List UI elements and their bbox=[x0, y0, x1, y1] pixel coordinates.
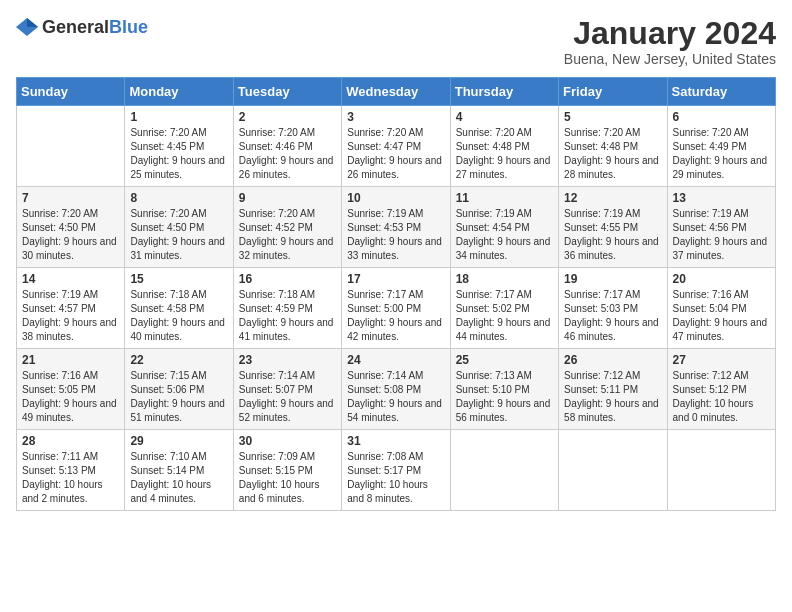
table-row: 17Sunrise: 7:17 AMSunset: 5:00 PMDayligh… bbox=[342, 268, 450, 349]
table-row: 27Sunrise: 7:12 AMSunset: 5:12 PMDayligh… bbox=[667, 349, 775, 430]
day-number: 31 bbox=[347, 434, 444, 448]
day-number: 3 bbox=[347, 110, 444, 124]
day-number: 11 bbox=[456, 191, 553, 205]
day-number: 5 bbox=[564, 110, 661, 124]
day-info: Sunrise: 7:20 AMSunset: 4:46 PMDaylight:… bbox=[239, 126, 336, 182]
day-info: Sunrise: 7:17 AMSunset: 5:00 PMDaylight:… bbox=[347, 288, 444, 344]
table-row: 20Sunrise: 7:16 AMSunset: 5:04 PMDayligh… bbox=[667, 268, 775, 349]
header-friday: Friday bbox=[559, 78, 667, 106]
day-number: 22 bbox=[130, 353, 227, 367]
calendar-week-row: 21Sunrise: 7:16 AMSunset: 5:05 PMDayligh… bbox=[17, 349, 776, 430]
header-thursday: Thursday bbox=[450, 78, 558, 106]
day-number: 27 bbox=[673, 353, 770, 367]
day-number: 2 bbox=[239, 110, 336, 124]
day-number: 18 bbox=[456, 272, 553, 286]
day-info: Sunrise: 7:18 AMSunset: 4:58 PMDaylight:… bbox=[130, 288, 227, 344]
day-number: 8 bbox=[130, 191, 227, 205]
day-info: Sunrise: 7:20 AMSunset: 4:52 PMDaylight:… bbox=[239, 207, 336, 263]
day-info: Sunrise: 7:17 AMSunset: 5:03 PMDaylight:… bbox=[564, 288, 661, 344]
table-row bbox=[559, 430, 667, 511]
table-row: 7Sunrise: 7:20 AMSunset: 4:50 PMDaylight… bbox=[17, 187, 125, 268]
day-info: Sunrise: 7:16 AMSunset: 5:05 PMDaylight:… bbox=[22, 369, 119, 425]
day-info: Sunrise: 7:19 AMSunset: 4:53 PMDaylight:… bbox=[347, 207, 444, 263]
day-number: 29 bbox=[130, 434, 227, 448]
logo-text: GeneralBlue bbox=[42, 17, 148, 38]
day-info: Sunrise: 7:20 AMSunset: 4:47 PMDaylight:… bbox=[347, 126, 444, 182]
day-info: Sunrise: 7:09 AMSunset: 5:15 PMDaylight:… bbox=[239, 450, 336, 506]
day-number: 26 bbox=[564, 353, 661, 367]
calendar-week-row: 28Sunrise: 7:11 AMSunset: 5:13 PMDayligh… bbox=[17, 430, 776, 511]
logo: GeneralBlue bbox=[16, 16, 148, 38]
calendar-week-row: 1Sunrise: 7:20 AMSunset: 4:45 PMDaylight… bbox=[17, 106, 776, 187]
table-row: 14Sunrise: 7:19 AMSunset: 4:57 PMDayligh… bbox=[17, 268, 125, 349]
day-number: 16 bbox=[239, 272, 336, 286]
day-number: 4 bbox=[456, 110, 553, 124]
calendar-header-row: Sunday Monday Tuesday Wednesday Thursday… bbox=[17, 78, 776, 106]
title-block: January 2024 Buena, New Jersey, United S… bbox=[564, 16, 776, 67]
day-number: 14 bbox=[22, 272, 119, 286]
table-row: 26Sunrise: 7:12 AMSunset: 5:11 PMDayligh… bbox=[559, 349, 667, 430]
table-row: 12Sunrise: 7:19 AMSunset: 4:55 PMDayligh… bbox=[559, 187, 667, 268]
day-number: 10 bbox=[347, 191, 444, 205]
table-row: 4Sunrise: 7:20 AMSunset: 4:48 PMDaylight… bbox=[450, 106, 558, 187]
day-info: Sunrise: 7:16 AMSunset: 5:04 PMDaylight:… bbox=[673, 288, 770, 344]
day-info: Sunrise: 7:19 AMSunset: 4:57 PMDaylight:… bbox=[22, 288, 119, 344]
logo-icon bbox=[16, 16, 38, 38]
day-number: 19 bbox=[564, 272, 661, 286]
table-row: 24Sunrise: 7:14 AMSunset: 5:08 PMDayligh… bbox=[342, 349, 450, 430]
day-number: 25 bbox=[456, 353, 553, 367]
day-number: 20 bbox=[673, 272, 770, 286]
day-info: Sunrise: 7:12 AMSunset: 5:12 PMDaylight:… bbox=[673, 369, 770, 425]
svg-marker-1 bbox=[27, 18, 38, 27]
header-sunday: Sunday bbox=[17, 78, 125, 106]
table-row bbox=[667, 430, 775, 511]
month-title: January 2024 bbox=[564, 16, 776, 51]
table-row: 8Sunrise: 7:20 AMSunset: 4:50 PMDaylight… bbox=[125, 187, 233, 268]
day-info: Sunrise: 7:20 AMSunset: 4:50 PMDaylight:… bbox=[22, 207, 119, 263]
table-row: 16Sunrise: 7:18 AMSunset: 4:59 PMDayligh… bbox=[233, 268, 341, 349]
day-info: Sunrise: 7:20 AMSunset: 4:50 PMDaylight:… bbox=[130, 207, 227, 263]
day-info: Sunrise: 7:20 AMSunset: 4:48 PMDaylight:… bbox=[564, 126, 661, 182]
table-row: 15Sunrise: 7:18 AMSunset: 4:58 PMDayligh… bbox=[125, 268, 233, 349]
table-row bbox=[17, 106, 125, 187]
header-monday: Monday bbox=[125, 78, 233, 106]
table-row: 21Sunrise: 7:16 AMSunset: 5:05 PMDayligh… bbox=[17, 349, 125, 430]
table-row: 6Sunrise: 7:20 AMSunset: 4:49 PMDaylight… bbox=[667, 106, 775, 187]
table-row: 31Sunrise: 7:08 AMSunset: 5:17 PMDayligh… bbox=[342, 430, 450, 511]
page-header: GeneralBlue January 2024 Buena, New Jers… bbox=[16, 16, 776, 67]
table-row: 2Sunrise: 7:20 AMSunset: 4:46 PMDaylight… bbox=[233, 106, 341, 187]
day-number: 6 bbox=[673, 110, 770, 124]
header-tuesday: Tuesday bbox=[233, 78, 341, 106]
day-info: Sunrise: 7:11 AMSunset: 5:13 PMDaylight:… bbox=[22, 450, 119, 506]
calendar-week-row: 7Sunrise: 7:20 AMSunset: 4:50 PMDaylight… bbox=[17, 187, 776, 268]
table-row: 22Sunrise: 7:15 AMSunset: 5:06 PMDayligh… bbox=[125, 349, 233, 430]
day-info: Sunrise: 7:13 AMSunset: 5:10 PMDaylight:… bbox=[456, 369, 553, 425]
table-row: 23Sunrise: 7:14 AMSunset: 5:07 PMDayligh… bbox=[233, 349, 341, 430]
day-info: Sunrise: 7:12 AMSunset: 5:11 PMDaylight:… bbox=[564, 369, 661, 425]
table-row: 3Sunrise: 7:20 AMSunset: 4:47 PMDaylight… bbox=[342, 106, 450, 187]
table-row: 10Sunrise: 7:19 AMSunset: 4:53 PMDayligh… bbox=[342, 187, 450, 268]
day-number: 17 bbox=[347, 272, 444, 286]
table-row: 25Sunrise: 7:13 AMSunset: 5:10 PMDayligh… bbox=[450, 349, 558, 430]
day-info: Sunrise: 7:10 AMSunset: 5:14 PMDaylight:… bbox=[130, 450, 227, 506]
day-info: Sunrise: 7:19 AMSunset: 4:54 PMDaylight:… bbox=[456, 207, 553, 263]
calendar-table: Sunday Monday Tuesday Wednesday Thursday… bbox=[16, 77, 776, 511]
day-number: 28 bbox=[22, 434, 119, 448]
table-row: 30Sunrise: 7:09 AMSunset: 5:15 PMDayligh… bbox=[233, 430, 341, 511]
table-row: 11Sunrise: 7:19 AMSunset: 4:54 PMDayligh… bbox=[450, 187, 558, 268]
table-row: 1Sunrise: 7:20 AMSunset: 4:45 PMDaylight… bbox=[125, 106, 233, 187]
header-wednesday: Wednesday bbox=[342, 78, 450, 106]
logo-blue: Blue bbox=[109, 17, 148, 37]
day-info: Sunrise: 7:19 AMSunset: 4:56 PMDaylight:… bbox=[673, 207, 770, 263]
table-row: 9Sunrise: 7:20 AMSunset: 4:52 PMDaylight… bbox=[233, 187, 341, 268]
day-number: 21 bbox=[22, 353, 119, 367]
day-info: Sunrise: 7:20 AMSunset: 4:49 PMDaylight:… bbox=[673, 126, 770, 182]
day-number: 7 bbox=[22, 191, 119, 205]
day-number: 13 bbox=[673, 191, 770, 205]
day-number: 12 bbox=[564, 191, 661, 205]
header-saturday: Saturday bbox=[667, 78, 775, 106]
day-info: Sunrise: 7:19 AMSunset: 4:55 PMDaylight:… bbox=[564, 207, 661, 263]
location-title: Buena, New Jersey, United States bbox=[564, 51, 776, 67]
table-row: 18Sunrise: 7:17 AMSunset: 5:02 PMDayligh… bbox=[450, 268, 558, 349]
day-info: Sunrise: 7:08 AMSunset: 5:17 PMDaylight:… bbox=[347, 450, 444, 506]
